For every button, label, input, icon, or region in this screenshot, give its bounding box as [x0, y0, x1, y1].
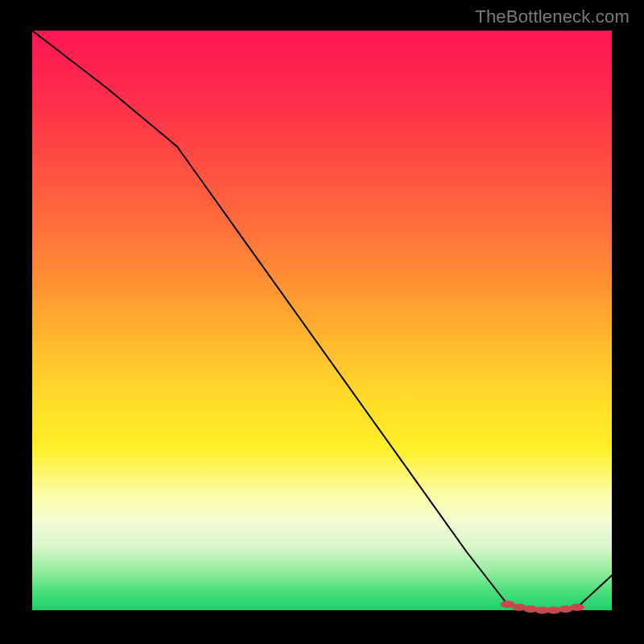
chart-overlay-svg — [32, 31, 612, 610]
curve-line — [32, 31, 612, 610]
plot-area — [32, 31, 612, 610]
marker-dot — [570, 604, 584, 611]
optimal-range-markers — [500, 601, 584, 613]
chart-root: TheBottleneck.com — [0, 0, 644, 644]
watermark-text: TheBottleneck.com — [475, 6, 630, 27]
